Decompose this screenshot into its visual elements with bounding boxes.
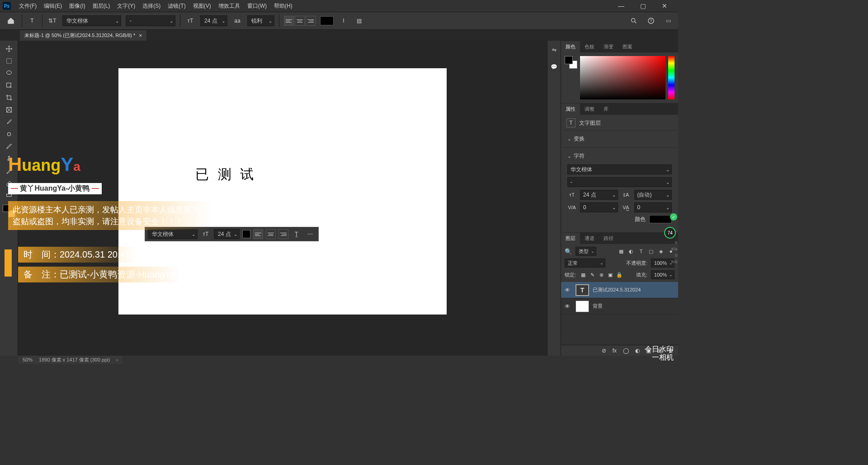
text-orientation-icon[interactable]: ⇅T: [47, 15, 58, 26]
float-align-center[interactable]: [266, 229, 276, 239]
fill-input[interactable]: 100%: [651, 270, 675, 279]
layer-filter-dropdown[interactable]: 类型: [576, 247, 596, 256]
float-align-right[interactable]: [278, 229, 288, 239]
comments-panel-icon[interactable]: 💬: [550, 62, 559, 71]
crop-tool[interactable]: [3, 92, 15, 103]
prop-tracking-input[interactable]: 0: [634, 202, 672, 212]
float-font-dropdown[interactable]: 华文楷体: [148, 229, 198, 239]
blend-mode-dropdown[interactable]: 正常: [565, 258, 605, 268]
antialias-dropdown[interactable]: 锐利: [247, 15, 274, 26]
panel-fgbg-colors[interactable]: [565, 56, 577, 69]
panel-tab[interactable]: 图案: [618, 41, 637, 52]
layer-item[interactable]: 👁背景: [561, 298, 678, 315]
lock-pixels-icon[interactable]: ▦: [580, 271, 587, 278]
lock-all-icon[interactable]: 🔒: [616, 271, 623, 278]
close-button[interactable]: ✕: [659, 2, 670, 9]
filter-adjust-icon[interactable]: ◐: [627, 248, 635, 255]
search-icon[interactable]: [628, 15, 639, 26]
panel-tab[interactable]: 通道: [580, 233, 599, 244]
move-tool[interactable]: [3, 43, 15, 54]
font-size-dropdown[interactable]: 24 点: [200, 15, 227, 26]
adjustment-layer-icon[interactable]: ◐: [635, 348, 640, 354]
prop-font-dropdown[interactable]: 华文楷体: [567, 164, 672, 174]
lock-position-icon[interactable]: ⊕: [598, 271, 605, 278]
panel-tab[interactable]: 色板: [580, 41, 599, 52]
home-button[interactable]: [5, 14, 17, 27]
menu-item[interactable]: 增效工具: [215, 1, 244, 11]
layer-fx-icon[interactable]: fx: [613, 348, 617, 354]
tab-close-icon[interactable]: ×: [139, 33, 142, 39]
layer-item[interactable]: 👁T已测试2024.5.312024: [561, 282, 678, 298]
filter-shape-icon[interactable]: ▢: [647, 248, 655, 255]
lasso-tool[interactable]: [3, 68, 15, 79]
prop-color-swatch[interactable]: [649, 215, 672, 223]
menu-item[interactable]: 图像(I): [66, 1, 89, 11]
menu-item[interactable]: 图层(L): [89, 1, 114, 11]
panel-tab[interactable]: 属性: [561, 103, 580, 115]
brush-tool[interactable]: [3, 141, 15, 152]
prop-va-input[interactable]: 0: [580, 202, 618, 212]
filter-pixel-icon[interactable]: ▦: [618, 248, 625, 255]
layer-mask-icon[interactable]: ◯: [623, 348, 629, 354]
font-style-dropdown[interactable]: -: [126, 15, 175, 26]
layer-visibility-icon[interactable]: 👁: [565, 303, 572, 310]
warp-text-icon[interactable]: ⌇: [338, 15, 349, 26]
eyedropper-tool[interactable]: [3, 117, 15, 127]
menu-item[interactable]: 滤镜(T): [164, 1, 189, 11]
float-color-swatch[interactable]: [242, 230, 250, 238]
panel-tab[interactable]: 颜色: [561, 41, 580, 52]
workspace-icon[interactable]: ▭: [663, 15, 674, 26]
layer-thumbnail[interactable]: T: [576, 284, 589, 296]
text-color-swatch[interactable]: [320, 16, 334, 25]
panel-tab[interactable]: 路径: [599, 233, 618, 244]
panel-tab[interactable]: 图层: [561, 233, 580, 244]
maximize-button[interactable]: ▢: [637, 2, 648, 9]
filter-text-icon[interactable]: T: [637, 248, 645, 255]
hue-slider[interactable]: [668, 56, 675, 99]
canvas-area[interactable]: 已 测 试 华文楷体 тT 24 点 T̰ ⋯: [18, 41, 547, 356]
minimize-button[interactable]: —: [616, 2, 627, 9]
align-center-button[interactable]: [295, 16, 305, 26]
zoom-level[interactable]: 50%: [23, 357, 33, 362]
align-right-button[interactable]: [306, 16, 316, 26]
float-size-dropdown[interactable]: 24 点: [214, 229, 240, 239]
color-field[interactable]: [580, 56, 665, 99]
marquee-tool[interactable]: [3, 56, 15, 66]
filter-smart-icon[interactable]: ◈: [657, 248, 665, 255]
layer-visibility-icon[interactable]: 👁: [565, 287, 572, 293]
transform-section-toggle[interactable]: 变换: [567, 133, 672, 145]
frame-tool[interactable]: [3, 104, 15, 115]
layer-thumbnail[interactable]: [576, 301, 589, 312]
document-tab[interactable]: 未标题-1 @ 50% (已测试2024.5.312024, RGB/8) * …: [20, 30, 146, 41]
menu-item[interactable]: 文字(Y): [113, 1, 139, 11]
menu-item[interactable]: 窗口(W): [244, 1, 270, 11]
lock-brush-icon[interactable]: ✎: [589, 271, 596, 278]
lock-artboard-icon[interactable]: ▣: [607, 271, 614, 278]
link-layers-icon[interactable]: ⊘: [602, 348, 606, 354]
prop-leading-input[interactable]: (自动): [634, 190, 672, 200]
float-align-left[interactable]: [253, 229, 263, 239]
menu-item[interactable]: 文件(F): [15, 1, 40, 11]
menu-item[interactable]: 帮助(H): [270, 1, 296, 11]
status-chevron-icon[interactable]: ›: [116, 357, 118, 362]
character-panel-icon[interactable]: ▤: [354, 15, 364, 26]
font-family-dropdown[interactable]: 华文楷体: [62, 15, 121, 26]
menu-item[interactable]: 编辑(E): [40, 1, 66, 11]
float-warp-icon[interactable]: T̰: [291, 229, 302, 240]
menu-item[interactable]: 选择(S): [139, 1, 164, 11]
float-more-icon[interactable]: ⋯: [305, 229, 316, 240]
align-left-button[interactable]: [284, 16, 294, 26]
document-dimensions[interactable]: 1890 像素 x 1417 像素 (300 ppi): [39, 357, 110, 363]
healing-tool[interactable]: [3, 129, 15, 140]
text-tool-icon[interactable]: T: [27, 15, 38, 26]
character-section-toggle[interactable]: 字符: [567, 150, 672, 162]
object-select-tool[interactable]: [3, 80, 15, 91]
menu-item[interactable]: 视图(V): [189, 1, 215, 11]
panel-tab[interactable]: 渐变: [599, 41, 618, 52]
help-icon[interactable]: ?: [646, 15, 656, 26]
panel-tab[interactable]: 库: [599, 103, 613, 115]
history-panel-icon[interactable]: ⇋: [550, 45, 559, 54]
canvas-text-layer[interactable]: 已 测 试: [195, 165, 256, 184]
panel-tab[interactable]: 调整: [580, 103, 599, 115]
prop-style-dropdown[interactable]: -: [567, 177, 672, 187]
